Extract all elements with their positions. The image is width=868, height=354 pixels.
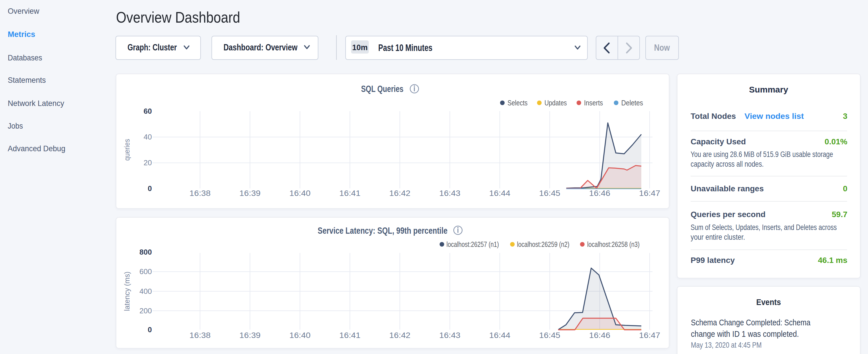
svg-text:your entire cluster.: your entire cluster. (691, 233, 745, 242)
svg-text:Service Latency: SQL, 99th per: Service Latency: SQL, 99th percentile (318, 226, 447, 236)
svg-text:Deletes: Deletes (621, 99, 643, 107)
svg-text:0: 0 (148, 184, 152, 193)
svg-text:Network Latency: Network Latency (8, 99, 64, 108)
svg-text:May 13, 2020 at 4:45 PM: May 13, 2020 at 4:45 PM (691, 341, 762, 349)
svg-text:16:42: 16:42 (389, 189, 410, 198)
svg-text:400: 400 (140, 287, 152, 296)
svg-text:0.01%: 0.01% (825, 137, 847, 146)
svg-text:Dashboard: Overview: Dashboard: Overview (223, 42, 298, 53)
svg-text:10m: 10m (352, 43, 368, 52)
svg-text:Total Nodes: Total Nodes (691, 112, 736, 121)
svg-text:change with ID 1 was completed: change with ID 1 was completed. (691, 329, 799, 339)
svg-text:16:41: 16:41 (339, 331, 361, 340)
svg-text:Sum of Selects, Updates, Inser: Sum of Selects, Updates, Inserts, and De… (691, 223, 837, 232)
svg-text:16:39: 16:39 (239, 331, 260, 340)
svg-text:Now: Now (654, 42, 670, 53)
svg-text:localhost:26257 (n1): localhost:26257 (n1) (446, 240, 499, 249)
svg-text:Queries per second: Queries per second (691, 210, 766, 219)
svg-text:You are using 28.6 MiB of 515.: You are using 28.6 MiB of 515.9 GiB usab… (691, 150, 833, 159)
svg-text:0: 0 (148, 325, 152, 334)
svg-text:59.7: 59.7 (832, 210, 848, 219)
svg-text:P99 latency: P99 latency (691, 256, 735, 265)
svg-text:16:45: 16:45 (539, 189, 560, 198)
svg-text:Graph: Cluster: Graph: Cluster (127, 42, 177, 53)
svg-text:localhost:26259 (n2): localhost:26259 (n2) (517, 240, 569, 249)
svg-text:Events: Events (756, 297, 781, 307)
svg-text:Summary: Summary (749, 85, 788, 94)
svg-text:3: 3 (843, 112, 847, 121)
svg-text:latency (ms): latency (ms) (123, 271, 131, 311)
svg-text:16:40: 16:40 (289, 331, 311, 340)
svg-text:16:47: 16:47 (639, 189, 660, 198)
svg-text:16:42: 16:42 (389, 331, 410, 340)
svg-text:capacity across all nodes.: capacity across all nodes. (691, 160, 764, 168)
svg-text:600: 600 (140, 267, 152, 276)
svg-text:16:39: 16:39 (239, 189, 260, 198)
svg-text:16:45: 16:45 (539, 331, 560, 340)
svg-text:View nodes list: View nodes list (744, 112, 804, 121)
svg-text:46.1 ms: 46.1 ms (818, 256, 847, 265)
svg-text:16:44: 16:44 (489, 189, 510, 198)
svg-text:queries: queries (123, 139, 131, 161)
svg-text:SQL Queries: SQL Queries (361, 84, 403, 94)
svg-text:localhost:26258 (n3): localhost:26258 (n3) (587, 240, 640, 249)
svg-text:200: 200 (140, 307, 152, 315)
svg-text:16:40: 16:40 (289, 189, 311, 198)
svg-text:16:47: 16:47 (639, 331, 660, 340)
svg-text:16:46: 16:46 (589, 331, 610, 340)
svg-text:Unavailable ranges: Unavailable ranges (691, 184, 764, 193)
svg-text:16:46: 16:46 (589, 189, 610, 198)
svg-text:Selects: Selects (507, 99, 528, 107)
svg-text:Updates: Updates (545, 99, 567, 107)
svg-text:Advanced Debug: Advanced Debug (8, 144, 65, 153)
svg-text:Past 10 Minutes: Past 10 Minutes (378, 42, 432, 53)
svg-text:16:38: 16:38 (189, 331, 211, 340)
svg-text:Inserts: Inserts (584, 99, 603, 107)
svg-text:16:44: 16:44 (489, 331, 510, 340)
svg-text:Overview: Overview (8, 7, 39, 15)
svg-text:Overview Dashboard: Overview Dashboard (116, 9, 240, 26)
svg-text:Schema Change Completed: Schem: Schema Change Completed: Schema (691, 318, 811, 327)
svg-text:16:38: 16:38 (189, 189, 211, 198)
svg-text:Statements: Statements (8, 75, 46, 85)
svg-text:800: 800 (140, 248, 152, 256)
svg-text:20: 20 (144, 158, 152, 167)
svg-text:16:41: 16:41 (339, 189, 361, 198)
svg-text:Jobs: Jobs (8, 122, 23, 130)
svg-text:60: 60 (144, 107, 152, 116)
svg-text:16:43: 16:43 (439, 331, 461, 340)
svg-text:40: 40 (144, 133, 152, 141)
svg-text:Metrics: Metrics (8, 30, 35, 39)
svg-text:Capacity Used: Capacity Used (691, 137, 746, 146)
svg-text:16:43: 16:43 (439, 189, 461, 198)
svg-text:Databases: Databases (8, 53, 42, 62)
svg-text:0: 0 (843, 184, 847, 193)
